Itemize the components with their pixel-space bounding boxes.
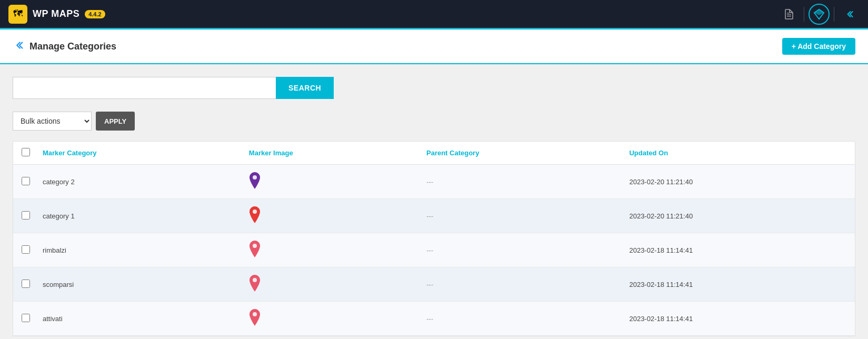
- row-marker-image: [241, 165, 418, 199]
- row-marker-image: [241, 199, 418, 233]
- row-updated-on: 2023-02-18 11:14:41: [621, 302, 855, 336]
- row-checkbox[interactable]: [22, 211, 30, 220]
- svg-point-8: [253, 278, 257, 282]
- row-parent-category: ---: [418, 267, 621, 302]
- header-marker-category: Marker Category: [34, 142, 241, 165]
- header-updated-on: Updated On: [621, 142, 855, 165]
- content-area: SEARCH Bulk actions Delete APPLY Marker …: [0, 64, 868, 336]
- arrow-left-icon-btn[interactable]: [839, 4, 860, 25]
- search-button[interactable]: SEARCH: [276, 77, 334, 99]
- header-parent-category: Parent Category: [418, 142, 621, 165]
- categories-table: Marker Category Marker Image Parent Cate…: [13, 142, 855, 336]
- page-header: Manage Categories + Add Category: [0, 29, 868, 64]
- row-category-name: category 1: [34, 199, 241, 233]
- top-bar: 🗺 WP MAPS 4.4.2: [0, 0, 868, 29]
- row-parent-category: ---: [418, 199, 621, 233]
- pin-icon: [249, 275, 261, 294]
- row-parent-category: ---: [418, 233, 621, 267]
- row-category-name: rimbalzi: [34, 233, 241, 267]
- row-updated-on: 2023-02-20 11:21:40: [621, 165, 855, 199]
- row-category-name: scomparsi: [34, 267, 241, 302]
- svg-point-6: [253, 210, 257, 214]
- pin-icon: [249, 206, 261, 225]
- row-checkbox-col: [13, 199, 34, 233]
- row-parent-category: ---: [418, 302, 621, 336]
- table-header: Marker Category Marker Image Parent Cate…: [13, 142, 855, 165]
- top-bar-left: 🗺 WP MAPS 4.4.2: [8, 5, 105, 24]
- logo-icon: 🗺: [8, 5, 27, 24]
- add-category-button[interactable]: + Add Category: [782, 38, 855, 55]
- row-updated-on: 2023-02-20 11:21:40: [621, 199, 855, 233]
- row-checkbox[interactable]: [22, 177, 30, 185]
- apply-button[interactable]: APPLY: [96, 112, 135, 131]
- header-row: Marker Category Marker Image Parent Cate…: [13, 142, 855, 165]
- bulk-actions-row: Bulk actions Delete APPLY: [13, 112, 855, 131]
- table-row: scomparsi --- 2023-02-18 11:14:41: [13, 267, 855, 302]
- row-checkbox-col: [13, 233, 34, 267]
- nav-divider: [804, 7, 804, 22]
- select-all-checkbox[interactable]: [22, 148, 30, 156]
- nav-divider-2: [834, 7, 834, 22]
- header-checkbox-col: [13, 142, 34, 165]
- row-category-name: attivati: [34, 302, 241, 336]
- table-row: category 2 --- 2023-02-20 11:21:40: [13, 165, 855, 199]
- row-checkbox[interactable]: [22, 245, 30, 254]
- row-category-name: category 2: [34, 165, 241, 199]
- row-checkbox-col: [13, 267, 34, 302]
- header-marker-image: Marker Image: [241, 142, 418, 165]
- diamond-icon-btn[interactable]: [809, 4, 830, 25]
- table-row: attivati --- 2023-02-18 11:14:41: [13, 302, 855, 336]
- app-name: WP MAPS: [33, 8, 79, 19]
- svg-point-5: [253, 175, 257, 180]
- row-checkbox-col: [13, 302, 34, 336]
- row-updated-on: 2023-02-18 11:14:41: [621, 267, 855, 302]
- page-title: Manage Categories: [29, 41, 116, 52]
- row-marker-image: [241, 267, 418, 302]
- row-updated-on: 2023-02-18 11:14:41: [621, 233, 855, 267]
- svg-point-7: [253, 244, 257, 248]
- pin-icon: [249, 241, 261, 260]
- top-bar-right: [779, 4, 860, 25]
- table-row: rimbalzi --- 2023-02-18 11:14:41: [13, 233, 855, 267]
- row-checkbox[interactable]: [22, 280, 30, 288]
- table-body: category 2 --- 2023-02-20 11:21:40 categ…: [13, 165, 855, 336]
- page-header-left: Manage Categories: [13, 39, 116, 54]
- row-parent-category: ---: [418, 165, 621, 199]
- row-marker-image: [241, 302, 418, 336]
- search-row: SEARCH: [13, 77, 855, 99]
- svg-point-9: [253, 312, 257, 316]
- row-checkbox-col: [13, 165, 34, 199]
- bulk-actions-select[interactable]: Bulk actions Delete: [13, 112, 92, 131]
- version-badge: 4.4.2: [85, 10, 105, 18]
- row-marker-image: [241, 233, 418, 267]
- pin-icon: [249, 172, 261, 191]
- table-container: Marker Category Marker Image Parent Cate…: [13, 141, 855, 336]
- document-icon-btn[interactable]: [779, 4, 800, 25]
- table-row: category 1 --- 2023-02-20 11:21:40: [13, 199, 855, 233]
- pin-icon: [249, 309, 261, 328]
- back-arrow-icon[interactable]: [13, 39, 24, 54]
- row-checkbox[interactable]: [22, 314, 30, 322]
- search-input[interactable]: [13, 77, 276, 99]
